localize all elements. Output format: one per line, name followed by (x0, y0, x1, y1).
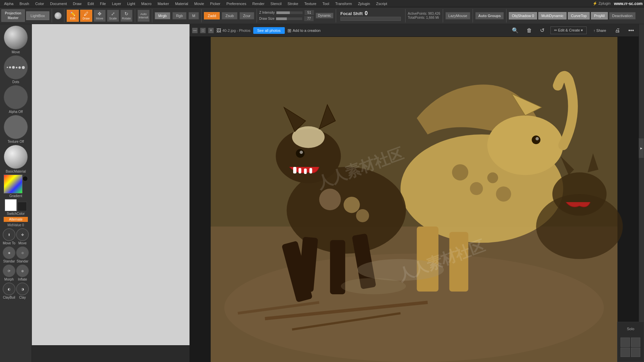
standard2-item[interactable]: ◎ Standar (16, 246, 29, 263)
clay-item[interactable]: ◑ Clay (16, 283, 29, 299)
delete-button[interactable]: 🗑 (525, 27, 534, 34)
close-button[interactable]: × (208, 28, 214, 33)
rgb-button[interactable]: Rgb (172, 12, 186, 19)
standard2-btn[interactable]: ◎ (16, 246, 29, 259)
xpose-cell-3[interactable] (621, 348, 630, 357)
move-topological-item[interactable]: ⬆ Move To (3, 228, 15, 245)
xpose-cell-4[interactable] (631, 348, 640, 357)
xpose-cell-2[interactable] (631, 338, 640, 347)
menu-edit[interactable]: Edit (85, 1, 97, 6)
alternate-button[interactable]: Alternate (4, 217, 28, 222)
lazymouse-button[interactable]: LazyMouse (445, 12, 470, 19)
obj-shadow-button[interactable]: ObjShadow 0 (509, 12, 537, 19)
basic-material-item[interactable]: BasicMaterial (2, 145, 29, 173)
draw-size-slider[interactable] (276, 17, 303, 20)
lightbox-button[interactable]: LightBox (26, 11, 49, 20)
auto-intensity-button[interactable]: AutoIntensit (138, 10, 150, 22)
menu-macro[interactable]: Macro (139, 1, 154, 6)
dots-item[interactable]: Dots (2, 55, 29, 84)
move-tool-item[interactable]: Move (2, 25, 29, 54)
menu-transform[interactable]: Transform (332, 1, 355, 6)
projAll-button[interactable]: ProjAll (591, 12, 608, 19)
xpose-cell-1[interactable] (621, 338, 630, 347)
alpha-off-item[interactable]: Alpha Off (2, 85, 29, 114)
dots-thumb[interactable] (4, 55, 28, 79)
curveTop-button[interactable]: CurveTop (568, 12, 590, 19)
morph-btn[interactable]: ⟳ (3, 264, 15, 277)
multiDynamic-button[interactable]: MultiDynamic (538, 12, 567, 19)
scale-button[interactable]: ⤢ Scale (107, 10, 119, 22)
gradient-item[interactable]: Gradient (2, 175, 29, 198)
move2-item[interactable]: ✥ Move (16, 228, 29, 245)
menu-brush[interactable]: Brush (17, 1, 32, 6)
menu-picker[interactable]: Picker (207, 1, 223, 6)
menu-tool[interactable]: Tool (320, 1, 332, 6)
zsub-button[interactable]: Zsub (222, 12, 237, 19)
draw-button[interactable]: 🖊 Draw (80, 10, 92, 22)
move-button[interactable]: ✥ Move (94, 10, 106, 22)
print-button[interactable]: 🖨 (613, 27, 622, 34)
zadd-button[interactable]: Zadd (204, 12, 220, 19)
move-topological-btn[interactable]: ⬆ (3, 228, 15, 241)
inflate-btn[interactable]: ⊕ (16, 264, 29, 277)
auto-groups-button[interactable]: Auto Groups (475, 12, 504, 19)
move-sphere[interactable] (4, 25, 28, 50)
see-all-photos-button[interactable]: See all photos (253, 27, 285, 34)
alpha-off-thumb[interactable] (4, 85, 28, 109)
photo-nav-group: See all photos ⊞ Add to a creation (253, 26, 323, 35)
focal-shift-slider[interactable] (340, 17, 401, 21)
menu-stroke[interactable]: Stroke (285, 1, 301, 6)
menu-stencil[interactable]: Stencil (268, 1, 284, 6)
menu-layer[interactable]: Layer (109, 1, 124, 6)
rotate-photo-button[interactable]: ↺ (538, 26, 546, 34)
deactivation-button[interactable]: Deactivation (609, 12, 636, 19)
menu-document[interactable]: Document (47, 1, 69, 6)
claybuild-item[interactable]: ◐ ClayBuil (3, 283, 15, 299)
menu-marker[interactable]: Marker (155, 1, 172, 6)
projection-master-button[interactable]: Projection Master (1, 9, 25, 21)
menu-zplugin[interactable]: Zplugin (355, 1, 373, 6)
menu-draw[interactable]: Draw (70, 1, 84, 6)
menu-color[interactable]: Color (33, 1, 47, 6)
background-color-swatch[interactable] (17, 202, 27, 211)
minimize-button[interactable]: — (192, 28, 198, 33)
z-intensity-slider[interactable] (276, 11, 303, 14)
m-button[interactable]: M (189, 12, 199, 19)
foreground-color-swatch[interactable] (5, 199, 17, 211)
maximize-button[interactable]: □ (200, 28, 206, 33)
switch-color-item[interactable]: SwitchColor (2, 199, 29, 216)
menu-alpha[interactable]: Alpha (1, 1, 16, 6)
clay-btn[interactable]: ◑ (16, 283, 29, 295)
inflate-item[interactable]: ⊕ Inflate (16, 264, 29, 281)
standard-item[interactable]: ◉ Standar (3, 246, 15, 263)
menu-preferences[interactable]: Preferences (224, 1, 249, 6)
zcur-button[interactable]: Zcur (239, 12, 254, 19)
more-options-button[interactable]: ••• (626, 26, 636, 35)
menu-movie[interactable]: Movie (192, 1, 207, 6)
menu-light[interactable]: Light (124, 1, 138, 6)
texture-off-thumb[interactable] (4, 115, 28, 139)
menu-texture[interactable]: Texture (302, 1, 319, 6)
morph-item[interactable]: ⟳ Morph (3, 264, 15, 281)
move2-btn[interactable]: ✥ (16, 228, 29, 241)
claybuild-btn[interactable]: ◐ (3, 283, 15, 295)
share-button[interactable]: ↑ Share (591, 27, 609, 34)
texture-off-item[interactable]: Texture Off (2, 115, 29, 143)
menu-zscript[interactable]: Zscript (373, 1, 390, 6)
standard-btn[interactable]: ◉ (3, 246, 15, 259)
menu-render[interactable]: Render (250, 1, 267, 6)
menu-file[interactable]: File (97, 1, 109, 6)
color-picker[interactable] (4, 175, 22, 193)
edit-button[interactable]: ✏️ Edit (67, 10, 79, 22)
add-to-creation-button[interactable]: ⊞ Add to a creation (285, 26, 323, 35)
right-sidebar-tab[interactable]: ▶ (639, 138, 644, 158)
rotate-button[interactable]: ↻ Rotate (120, 10, 132, 22)
zoom-button[interactable]: 🔍 (510, 26, 521, 34)
menu-material[interactable]: Material (172, 1, 191, 6)
canvas-area[interactable]: — □ × 🖼 40-2.jpg - Photos See all photos… (32, 24, 639, 362)
mrgb-button[interactable]: Mrgb (155, 12, 170, 19)
edit-create-button[interactable]: ✏ Edit & Create ▾ (550, 26, 587, 34)
material-thumb[interactable] (4, 145, 28, 169)
color-picker-container[interactable] (4, 175, 28, 193)
dynamic-toggle[interactable]: Dynamic (316, 13, 333, 18)
